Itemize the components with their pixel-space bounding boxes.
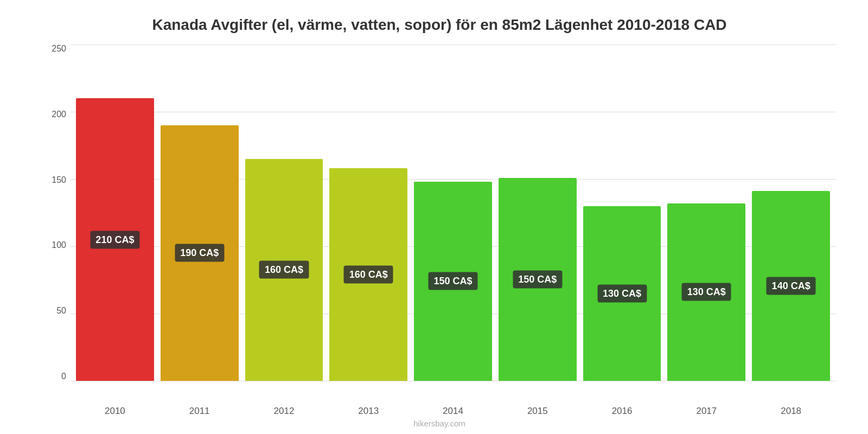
bar-group: 130 CA$	[583, 44, 661, 381]
bar-2016: 130 CA$	[583, 206, 661, 381]
bar-label-2014: 150 CA$	[428, 272, 477, 290]
bars-row: 210 CA$190 CA$160 CA$160 CA$150 CA$150 C…	[71, 44, 835, 381]
bar-label-2016: 130 CA$	[597, 284, 647, 302]
x-labels: 201020112012201320142015201620172018	[71, 403, 835, 417]
x-label-2010: 2010	[76, 403, 154, 417]
x-label-2011: 2011	[161, 403, 239, 417]
bar-label-2015: 150 CA$	[513, 270, 562, 288]
bar-label-2017: 130 CA$	[682, 283, 731, 301]
bar-label-2018: 140 CA$	[767, 277, 816, 295]
bar-label-2012: 160 CA$	[259, 261, 309, 279]
chart-area: 250 200 150 100 50 0 210 CA$190 CA$160 C…	[43, 44, 835, 403]
bar-group: 190 CA$	[161, 44, 239, 381]
x-label-2013: 2013	[329, 403, 407, 417]
bar-group: 150 CA$	[499, 44, 577, 381]
y-label-250: 250	[52, 44, 66, 53]
y-label-0: 0	[61, 372, 66, 381]
bar-group: 150 CA$	[414, 44, 492, 381]
bar-2010: 210 CA$	[76, 98, 154, 381]
grid-line	[71, 381, 835, 381]
bar-group: 130 CA$	[667, 44, 745, 381]
bar-2014: 150 CA$	[414, 182, 492, 381]
bar-2018: 140 CA$	[752, 191, 830, 381]
x-label-2012: 2012	[245, 403, 323, 417]
y-label-150: 150	[52, 176, 66, 184]
watermark: hikersbay.com	[43, 419, 835, 428]
bar-label-2013: 160 CA$	[344, 266, 393, 284]
bar-group: 160 CA$	[329, 44, 407, 381]
x-label-2015: 2015	[499, 403, 577, 417]
bar-group: 160 CA$	[245, 44, 323, 381]
chart-title: Kanada Avgifter (el, värme, vatten, sopo…	[43, 16, 835, 34]
bar-group: 210 CA$	[76, 44, 154, 381]
bar-group: 140 CA$	[752, 44, 830, 381]
y-label-50: 50	[56, 307, 66, 315]
chart-container: Kanada Avgifter (el, värme, vatten, sopo…	[0, 0, 868, 434]
bar-label-2011: 190 CA$	[175, 244, 224, 262]
bar-2015: 150 CA$	[499, 178, 577, 381]
chart-inner: 210 CA$190 CA$160 CA$160 CA$150 CA$150 C…	[71, 44, 835, 403]
x-label-2018: 2018	[752, 403, 830, 417]
x-label-2017: 2017	[667, 403, 745, 417]
bar-2017: 130 CA$	[667, 203, 745, 381]
y-axis: 250 200 150 100 50 0	[43, 44, 71, 381]
bar-2012: 160 CA$	[245, 159, 323, 381]
y-label-100: 100	[52, 241, 66, 250]
bar-2011: 190 CA$	[161, 125, 239, 381]
y-label-200: 200	[52, 110, 66, 119]
x-label-2014: 2014	[414, 403, 492, 417]
bar-label-2010: 210 CA$	[90, 231, 139, 248]
x-label-2016: 2016	[583, 403, 661, 417]
bar-2013: 160 CA$	[329, 168, 407, 381]
